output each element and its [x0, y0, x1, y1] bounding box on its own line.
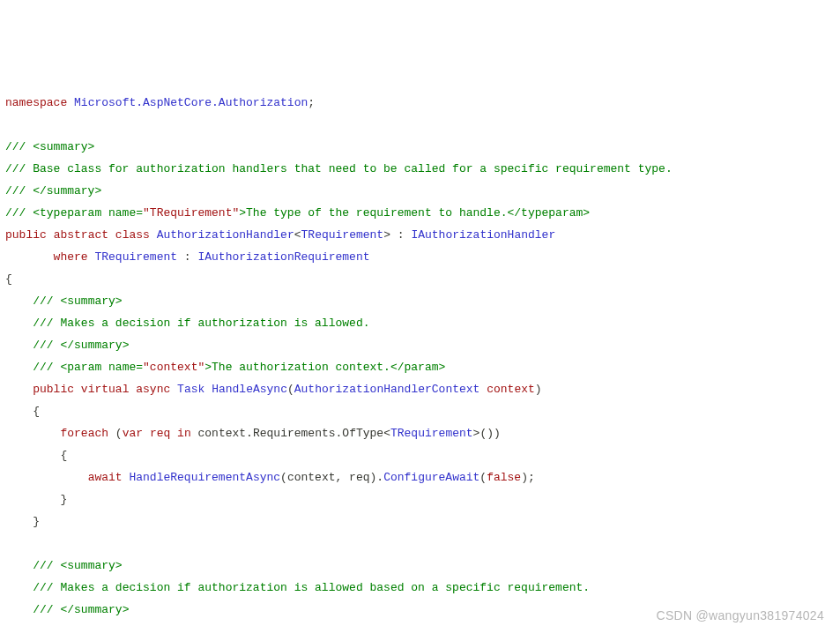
- param-context: context: [487, 383, 535, 396]
- doc2-summary-close: /// </summary>: [33, 339, 129, 352]
- doc2-param-a: /// <param name=: [33, 361, 143, 374]
- kw-where: where: [54, 250, 88, 264]
- brace-open: {: [5, 272, 12, 286]
- lt: <: [294, 228, 301, 242]
- kw-false: false: [487, 471, 521, 484]
- doc3-summary-open: /// <summary>: [33, 559, 122, 572]
- gt-colon: > :: [383, 228, 411, 242]
- doc-summary-open: /// <summary>: [5, 140, 94, 153]
- semi: ;: [308, 96, 315, 109]
- paren-close: ): [535, 383, 542, 396]
- doc-typeparam-c: >The type of the requirement to handle.<…: [239, 206, 590, 220]
- paren3: (: [479, 471, 487, 484]
- doc-summary-close: /// </summary>: [5, 184, 101, 197]
- type-authhandler: AuthorizationHandler: [157, 228, 294, 242]
- kw-public: public: [5, 228, 47, 242]
- kw-abstract: abstract: [54, 228, 108, 242]
- call-handlereq: HandleRequirementAsync: [129, 471, 280, 484]
- brace-open3: {: [60, 449, 67, 462]
- kw-public2: public: [33, 383, 74, 396]
- generic-treq: TRequirement: [301, 228, 384, 242]
- call-configawait: ConfigureAwait: [383, 471, 479, 484]
- paren: (: [115, 427, 123, 440]
- iface-iauthreq: IAuthorizationRequirement: [197, 250, 369, 264]
- doc3-summary-text: /// Makes a decision if authorization is…: [33, 581, 590, 594]
- method-handleasync: HandleAsync: [212, 383, 287, 396]
- brace-open2: {: [33, 405, 40, 418]
- doc2-summary-text: /// Makes a decision if authorization is…: [33, 317, 369, 330]
- doc2-param-name: "context": [143, 361, 204, 374]
- kw-namespace: namespace: [5, 96, 67, 109]
- kw-class: class: [115, 228, 150, 242]
- colon: :: [177, 250, 197, 264]
- iface-iauthhandler: IAuthorizationHandler: [411, 228, 555, 242]
- where-treq: TRequirement: [94, 250, 177, 264]
- doc2-param-c: >The authorization context.</param>: [204, 361, 445, 374]
- doc-typeparam-a: /// <typeparam name=: [5, 206, 143, 220]
- expr-reqs: context.Requirements.OfType: [198, 427, 384, 440]
- doc3-summary-close: /// </summary>: [33, 603, 129, 616]
- kw-in: in: [177, 427, 191, 440]
- code-block: namespace Microsoft.AspNetCore.Authoriza…: [5, 92, 835, 626]
- doc-typeparam-name: "TRequirement": [143, 206, 239, 220]
- generic-treq2: TRequirement: [390, 427, 473, 440]
- var-req: req: [150, 427, 170, 440]
- kw-virtual: virtual: [81, 383, 130, 396]
- kw-var: var: [123, 427, 143, 440]
- kw-async: async: [136, 383, 170, 396]
- doc-summary-text: /// Base class for authorization handler…: [5, 162, 673, 175]
- doc2-summary-open: /// <summary>: [33, 294, 122, 308]
- kw-await: await: [88, 471, 123, 484]
- type-authctx: AuthorizationHandlerContext: [294, 383, 480, 396]
- paren-open: (: [287, 383, 294, 396]
- brace-close2: }: [33, 515, 40, 528]
- kw-foreach: foreach: [60, 427, 108, 440]
- type-task: Task: [177, 383, 204, 396]
- args-ctxreq: (context, req).: [280, 471, 383, 484]
- lt2: <: [383, 427, 390, 440]
- gt-paren: >()): [473, 427, 501, 440]
- paren-semi: );: [521, 471, 535, 484]
- brace-close3: }: [60, 493, 67, 506]
- namespace-name: Microsoft.AspNetCore.Authorization: [74, 96, 308, 109]
